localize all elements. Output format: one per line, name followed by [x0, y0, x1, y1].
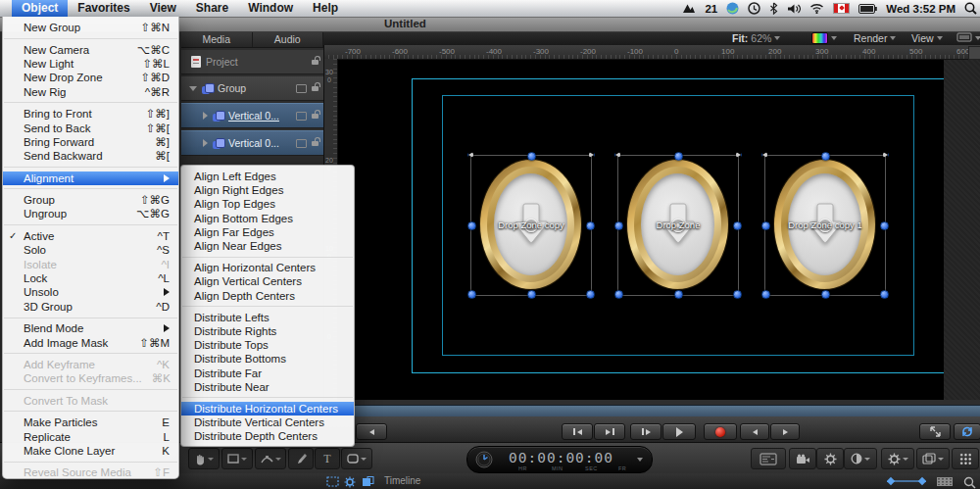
disclosure-closed-icon[interactable]	[203, 112, 208, 120]
menu-item-3d-group[interactable]: 3D Group^D	[3, 300, 178, 314]
menu-favorites[interactable]: Favorites	[68, 0, 139, 17]
paint-tool-button[interactable]	[288, 448, 314, 469]
menu-item-distribute-tops[interactable]: Distribute Tops	[181, 338, 354, 352]
drop-zone-object-2[interactable]: Drop Zone	[617, 155, 739, 296]
loop-playback-button[interactable]	[954, 423, 980, 440]
selection-handle[interactable]	[761, 290, 770, 299]
selection-handle[interactable]	[880, 290, 889, 299]
disclosure-closed-icon[interactable]	[203, 139, 208, 147]
menu-item-distribute-far[interactable]: Distribute Far	[181, 366, 354, 379]
volume-icon[interactable]	[787, 3, 801, 15]
menu-item-blend-mode[interactable]: Blend Mode	[3, 321, 178, 335]
menu-item-align-vertical-centers[interactable]: Align Vertical Centers	[181, 274, 354, 288]
view-dropdown[interactable]: View	[911, 32, 943, 44]
sync-icon[interactable]	[726, 2, 739, 15]
go-to-end-button[interactable]	[594, 423, 625, 440]
menu-item-bring-to-front[interactable]: Bring to Front⇧⌘]	[3, 107, 178, 121]
timing-pane-toggle[interactable]	[362, 476, 374, 489]
menu-item-distribute-vertical-centers[interactable]: Distribute Vertical Centers	[181, 416, 354, 429]
layer-row-vertical-2[interactable]: Vertical 0...	[181, 130, 323, 156]
menu-item-lock[interactable]: Lock^L	[3, 271, 178, 285]
unlock-icon[interactable]	[312, 114, 318, 119]
play-button[interactable]	[662, 423, 696, 440]
menu-item-new-rig[interactable]: New Rig^⌘R	[3, 85, 178, 99]
menu-item-distribute-bottoms[interactable]: Distribute Bottoms	[181, 352, 354, 366]
selection-handle[interactable]	[586, 290, 595, 299]
add-filter-button[interactable]	[916, 448, 950, 469]
menu-item-distribute-horizontal-centers[interactable]: Distribute Horizontal Centers	[181, 402, 354, 416]
menu-item-align-near-edges[interactable]: Align Near Edges	[181, 239, 354, 253]
settings-toggle[interactable]	[344, 476, 356, 489]
layer-row-group[interactable]: Group	[181, 76, 323, 101]
menu-item-distribute-depth-centers[interactable]: Distribute Depth Centers	[181, 429, 354, 443]
timecode-display[interactable]: 00:00:00:00 HR MIN SEC FR	[466, 446, 653, 473]
menu-item-distribute-rights[interactable]: Distribute Rights	[181, 324, 354, 338]
display-mode-button[interactable]	[956, 32, 980, 43]
menu-clock[interactable]: Wed 3:52 PM	[886, 3, 956, 15]
menu-window[interactable]: Window	[238, 0, 303, 17]
zoom-level-dropdown[interactable]: Fit: 62%	[732, 32, 780, 44]
step-forward-button[interactable]	[770, 423, 800, 440]
spotlight-icon[interactable]	[964, 2, 977, 15]
wifi-icon[interactable]	[809, 3, 824, 14]
menu-item-distribute-near[interactable]: Distribute Near	[181, 380, 354, 394]
menu-item-new-group[interactable]: New Group⇧⌘N	[3, 21, 178, 34]
selection-handle[interactable]	[614, 152, 620, 158]
selection-handle[interactable]	[467, 290, 476, 299]
play-from-start-button[interactable]	[630, 423, 662, 440]
disclosure-open-icon[interactable]	[189, 86, 197, 91]
new-camera-button[interactable]	[789, 448, 816, 469]
layer-row-project[interactable]: Project	[181, 50, 323, 74]
fit-window-button[interactable]	[919, 423, 951, 440]
menu-item-align-bottom-edges[interactable]: Align Bottom Edges	[181, 212, 354, 225]
unlock-icon[interactable]	[312, 141, 318, 146]
menu-item-new-light[interactable]: New Light⇧⌘L	[3, 57, 178, 71]
step-back-button[interactable]	[740, 423, 769, 440]
filters-button[interactable]	[844, 448, 877, 469]
pan-tool-button[interactable]	[188, 448, 220, 469]
record-button[interactable]	[704, 423, 737, 440]
render-dropdown[interactable]: Render	[854, 32, 896, 44]
menu-item-add-image-mask[interactable]: Add Image Mask⇧⌘M	[3, 335, 178, 349]
selection-handle[interactable]	[674, 152, 683, 161]
selection-handle[interactable]	[736, 152, 742, 158]
selection-handle[interactable]	[674, 290, 683, 299]
mask-tool-button[interactable]	[341, 448, 372, 469]
menu-item-alignment[interactable]: Alignment	[3, 171, 178, 185]
zoom-timeline-button[interactable]	[963, 476, 976, 489]
unlock-icon[interactable]	[312, 60, 318, 65]
selection-handle[interactable]	[589, 152, 595, 158]
behaviors-button[interactable]	[816, 448, 844, 469]
menu-item-replicate[interactable]: ReplicateL	[3, 429, 178, 443]
drop-zone-object-1[interactable]: Drop Zone copy	[470, 155, 592, 296]
menu-item-new-camera[interactable]: New Camera⌥⌘C	[3, 42, 178, 56]
selection-handle[interactable]	[614, 290, 623, 299]
add-behavior-button[interactable]	[881, 448, 914, 469]
selection-handle[interactable]	[761, 152, 767, 158]
unlock-icon[interactable]	[312, 86, 318, 91]
jump-back-button[interactable]	[356, 423, 387, 440]
text-tool-button[interactable]: T	[315, 448, 340, 469]
timeline-tab[interactable]: Timeline	[384, 475, 420, 486]
display-icon[interactable]	[296, 139, 307, 148]
menu-item-make-particles[interactable]: Make ParticlesE	[3, 416, 178, 429]
color-swatch-dropdown[interactable]	[811, 32, 837, 44]
selection-handle[interactable]	[883, 152, 889, 158]
menu-item-new-drop-zone[interactable]: New Drop Zone⇧⌘D	[3, 71, 178, 84]
menu-item-align-top-edges[interactable]: Align Top Edges	[181, 197, 354, 211]
menu-item-ungroup[interactable]: Ungroup⌥⌘G	[3, 207, 178, 220]
menu-item-group[interactable]: Group⇧⌘G	[3, 193, 178, 207]
menu-item-align-right-edges[interactable]: Align Right Edges	[181, 183, 354, 197]
menu-item-solo[interactable]: Solo^S	[3, 243, 178, 257]
display-icon[interactable]	[296, 84, 307, 93]
hud-button[interactable]	[751, 448, 786, 469]
menu-object[interactable]: Object	[12, 0, 68, 17]
display-icon[interactable]	[296, 112, 307, 121]
bezier-tool-button[interactable]	[255, 448, 286, 469]
selection-handle[interactable]	[527, 290, 536, 299]
link-keyframes-toggle[interactable]	[887, 476, 926, 488]
bluetooth-icon[interactable]	[769, 2, 778, 15]
menu-item-send-to-back[interactable]: Send to Back⇧⌘[	[3, 121, 178, 134]
menu-item-distribute-lefts[interactable]: Distribute Lefts	[181, 311, 354, 324]
menu-help[interactable]: Help	[303, 0, 348, 17]
